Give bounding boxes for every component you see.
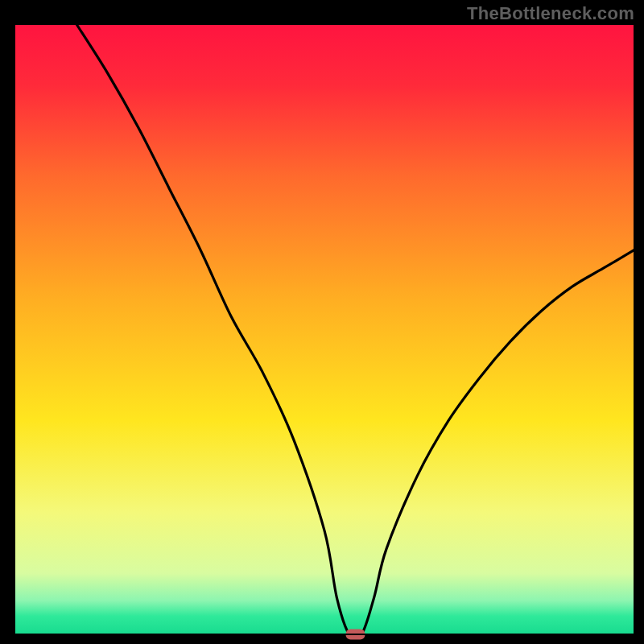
chart-frame: TheBottleneck.com	[0, 0, 644, 644]
plot-background	[14, 24, 634, 634]
attribution-label: TheBottleneck.com	[467, 3, 634, 24]
bottleneck-chart	[0, 0, 644, 644]
